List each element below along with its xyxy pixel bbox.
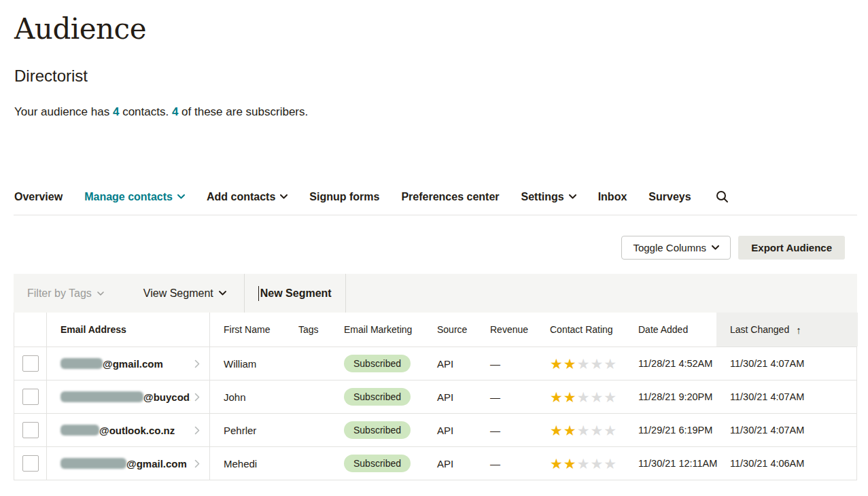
- summary-middle: contacts.: [119, 105, 171, 118]
- date-added-cell: 11/29/21 6:19PM: [625, 425, 716, 436]
- tab-label: Inbox: [598, 191, 627, 203]
- column-header-source[interactable]: Source: [423, 324, 476, 335]
- toggle-columns-label: Toggle Columns: [633, 242, 706, 253]
- search-icon[interactable]: [716, 190, 729, 203]
- email-marketing-cell: Subscribed: [327, 355, 423, 372]
- summary-suffix: of these are subscribers.: [178, 105, 308, 118]
- tab-add-contacts[interactable]: Add contacts: [207, 191, 288, 203]
- redacted-email-username: [60, 458, 126, 469]
- status-badge: Subscribed: [344, 355, 411, 372]
- text-caret: [258, 286, 259, 301]
- row-checkbox[interactable]: [22, 389, 39, 405]
- first-name-cell: Mehedi: [210, 458, 285, 470]
- table-row: @outlook.co.nz Pehrler Subscribed API — …: [14, 414, 857, 447]
- first-name-cell: John: [210, 391, 285, 403]
- first-name-cell: Pehrler: [210, 425, 285, 436]
- table-row: @gmail.com Mehedi Subscribed API — ★★★★★…: [14, 447, 857, 480]
- export-audience-label: Export Audience: [751, 242, 832, 253]
- export-audience-button[interactable]: Export Audience: [738, 236, 845, 260]
- email-marketing-cell: Subscribed: [327, 455, 423, 472]
- filter-by-tags-label: Filter by Tags: [27, 287, 92, 300]
- row-checkbox[interactable]: [22, 455, 39, 472]
- table-header-row: Email Address First Name Tags Email Mark…: [14, 313, 857, 347]
- column-header-last-changed[interactable]: Last Changed ↑: [716, 313, 858, 347]
- first-name-cell: William: [210, 358, 285, 370]
- filter-by-tags-dropdown[interactable]: Filter by Tags: [14, 274, 118, 313]
- tab-overview[interactable]: Overview: [14, 191, 63, 203]
- tab-label: Add contacts: [207, 191, 275, 203]
- row-checkbox[interactable]: [22, 355, 39, 372]
- tab-label: Signup forms: [309, 191, 379, 203]
- last-changed-cell: 11/30/21 4:07AM: [716, 391, 858, 402]
- column-header-email[interactable]: Email Address: [47, 313, 210, 347]
- sort-ascending-icon: ↑: [796, 324, 801, 336]
- tab-label: Preferences center: [401, 191, 499, 203]
- contact-rating-stars: ★★★★★: [536, 357, 625, 371]
- table-toolbar: Toggle Columns Export Audience: [14, 236, 857, 260]
- select-all-cell: [14, 313, 47, 347]
- date-added-cell: 11/28/21 9:20PM: [625, 391, 716, 402]
- row-checkbox[interactable]: [22, 422, 39, 438]
- email-domain: @gmail.com: [126, 458, 187, 470]
- subscriber-count: 4: [172, 105, 178, 118]
- revenue-cell: —: [476, 358, 536, 370]
- chevron-down-icon: [219, 291, 226, 296]
- new-segment-label: New Segment: [260, 287, 332, 300]
- chevron-down-icon: [569, 194, 576, 199]
- tab-label: Overview: [14, 191, 63, 203]
- column-header-first-name[interactable]: First Name: [210, 324, 285, 335]
- email-domain: @gmail.com: [103, 358, 163, 370]
- chevron-down-icon: [712, 245, 719, 250]
- tab-surveys[interactable]: Surveys: [648, 191, 691, 203]
- filter-bar: Filter by Tags View Segment New Segment: [14, 274, 857, 313]
- tab-inbox[interactable]: Inbox: [598, 191, 627, 203]
- tab-label: Settings: [521, 191, 564, 203]
- tab-settings[interactable]: Settings: [521, 191, 576, 203]
- contact-rating-stars: ★★★★★: [536, 423, 625, 438]
- toggle-columns-button[interactable]: Toggle Columns: [621, 236, 731, 260]
- source-cell: API: [423, 425, 476, 436]
- contact-count: 4: [113, 105, 119, 118]
- chevron-right-icon[interactable]: [190, 426, 200, 435]
- redacted-email-username: [60, 358, 103, 369]
- contact-rating-stars: ★★★★★: [536, 457, 625, 471]
- tab-label: Surveys: [648, 191, 691, 203]
- chevron-right-icon[interactable]: [190, 393, 200, 402]
- last-changed-cell: 11/30/21 4:07AM: [716, 425, 858, 436]
- email-address-cell[interactable]: @gmail.com: [60, 347, 200, 380]
- email-address-cell[interactable]: @buycod...: [60, 380, 200, 413]
- redacted-email-username: [60, 425, 99, 436]
- column-header-date-added[interactable]: Date Added: [625, 324, 716, 335]
- chevron-right-icon[interactable]: [190, 459, 200, 468]
- source-cell: API: [423, 458, 476, 470]
- column-header-tags[interactable]: Tags: [285, 324, 327, 335]
- redacted-email-username: [60, 391, 143, 402]
- view-segment-dropdown[interactable]: View Segment: [118, 274, 244, 313]
- revenue-cell: —: [476, 458, 536, 470]
- last-changed-cell: 11/30/21 4:06AM: [716, 458, 858, 469]
- nav-divider: [14, 215, 857, 215]
- status-badge: Subscribed: [344, 421, 411, 439]
- table-row: @buycod... John Subscribed API — ★★★★★ 1…: [14, 380, 857, 414]
- tab-label: Manage contacts: [84, 191, 173, 203]
- column-header-email-marketing[interactable]: Email Marketing: [327, 324, 423, 335]
- column-header-contact-rating[interactable]: Contact Rating: [536, 324, 625, 335]
- email-marketing-cell: Subscribed: [327, 421, 423, 439]
- view-segment-label: View Segment: [143, 287, 213, 300]
- revenue-cell: —: [476, 425, 536, 436]
- page-title: Audience: [14, 12, 146, 46]
- chevron-right-icon[interactable]: [190, 359, 200, 368]
- column-header-label: Last Changed: [730, 324, 789, 335]
- filter-bar-divider: [345, 274, 346, 313]
- tab-manage-contacts[interactable]: Manage contacts: [84, 191, 185, 203]
- tab-preferences-center[interactable]: Preferences center: [401, 191, 499, 203]
- column-header-revenue[interactable]: Revenue: [476, 324, 536, 335]
- audience-summary: Your audience has 4 contacts. 4 of these…: [14, 105, 308, 119]
- new-segment-button[interactable]: New Segment: [245, 274, 345, 313]
- email-domain: @buycod...: [143, 391, 190, 403]
- email-address-cell[interactable]: @outlook.co.nz: [60, 414, 200, 446]
- audience-name: Directorist: [14, 67, 88, 86]
- email-address-cell[interactable]: @gmail.com: [60, 447, 200, 480]
- table-row: @gmail.com William Subscribed API — ★★★★…: [14, 347, 857, 380]
- tab-signup-forms[interactable]: Signup forms: [309, 191, 379, 203]
